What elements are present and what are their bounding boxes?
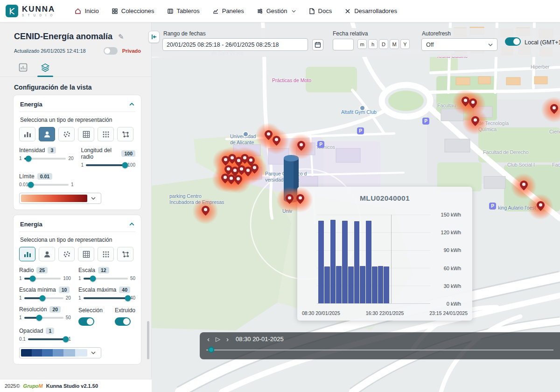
timeline-prev-button[interactable]: ‹ <box>207 336 210 343</box>
chevron-up-icon[interactable] <box>129 223 134 226</box>
rep-type-grid-button[interactable] <box>78 127 94 141</box>
date-range-input[interactable] <box>162 38 308 51</box>
anomaly-pin[interactable] <box>471 116 479 126</box>
nav-item-docs[interactable]: Docs <box>308 7 332 14</box>
timezone-toggle[interactable] <box>505 37 521 46</box>
slider-knob[interactable] <box>40 295 46 301</box>
rep-type-bars-button[interactable] <box>19 247 35 261</box>
popup-chart-bars <box>318 215 389 303</box>
seleccion-toggle[interactable] <box>78 317 94 326</box>
anomaly-pin[interactable] <box>537 201 545 211</box>
chart-bar[interactable] <box>318 221 324 303</box>
timeline-knob[interactable] <box>208 347 214 353</box>
privado-toggle[interactable] <box>104 47 118 55</box>
nav-item-tableros[interactable]: Tableros <box>167 7 200 14</box>
slider-knob[interactable] <box>125 295 131 301</box>
slider-track[interactable] <box>84 278 128 280</box>
nav-item-gestion[interactable]: Gestión <box>257 7 296 14</box>
rep-type-dotgrid-button[interactable] <box>98 127 114 141</box>
relative-unit-button[interactable]: D <box>379 39 388 49</box>
slider-knob[interactable] <box>26 155 32 161</box>
chart-y-tick: 150 kWh <box>441 212 461 217</box>
chart-y-tick: 90 kWh <box>444 247 461 253</box>
chart-bar[interactable] <box>354 221 360 303</box>
slider-track[interactable] <box>24 278 61 280</box>
slider-track[interactable] <box>24 297 63 299</box>
calendar-button[interactable] <box>312 39 323 50</box>
anomaly-pin[interactable] <box>251 164 259 174</box>
slider-knob[interactable] <box>63 336 69 342</box>
slider-track[interactable] <box>84 297 128 299</box>
relative-date-input[interactable] <box>333 39 354 50</box>
chart-bar[interactable] <box>360 266 365 303</box>
slider-knob[interactable] <box>36 315 42 321</box>
nav-item-paneles[interactable]: Paneles <box>212 7 244 14</box>
chart-bar[interactable] <box>324 266 330 303</box>
slider-track[interactable] <box>28 338 66 340</box>
rep-type-grid-button[interactable] <box>78 247 94 261</box>
slider-track[interactable] <box>24 158 66 160</box>
chart-icon <box>212 8 219 14</box>
anomaly-pin[interactable] <box>265 130 273 140</box>
tab-layers[interactable] <box>41 63 50 72</box>
color-ramp-select-blues[interactable] <box>19 347 101 358</box>
rep-type-heatmap-button[interactable] <box>39 127 55 141</box>
anomaly-pin[interactable] <box>273 136 280 146</box>
rep-type-network-button[interactable] <box>117 127 133 141</box>
sidebar-scrollbar[interactable] <box>147 321 149 359</box>
nav-item-desarrolladores[interactable]: Desarrolladores <box>344 7 397 14</box>
anomaly-pin[interactable] <box>550 104 558 114</box>
timeline-slider[interactable] <box>206 347 553 353</box>
chart-bar[interactable] <box>330 220 336 303</box>
sidebar-header: CENID-Energía anomalía ✎ Actualizado 26/… <box>0 22 151 55</box>
slider-knob[interactable] <box>90 275 96 281</box>
anomaly-pin[interactable] <box>469 98 477 108</box>
timeline-play-button[interactable]: ▷ <box>216 336 220 342</box>
chart-bar[interactable] <box>366 221 371 303</box>
autorefresh-select[interactable]: Off <box>421 38 497 51</box>
chart-axis-line <box>391 215 392 303</box>
rep-type-network-button[interactable] <box>117 247 133 261</box>
timeline-next-button[interactable]: › <box>226 336 229 343</box>
nav-item-inicio[interactable]: Inicio <box>75 7 98 14</box>
relative-unit-button[interactable]: h <box>368 39 378 49</box>
slider-knob[interactable] <box>28 182 34 188</box>
slider-track[interactable] <box>24 317 63 319</box>
kunna-logo[interactable]: KUNNA S T U D I O <box>0 5 62 17</box>
slider-knob[interactable] <box>30 275 36 281</box>
chart-y-tick: 0 kWh <box>447 301 461 307</box>
slider-knob[interactable] <box>122 162 128 168</box>
relative-unit-button[interactable]: m <box>357 39 367 49</box>
rep-type-heatmap-button[interactable] <box>39 247 55 261</box>
nav-item-colecciones[interactable]: Colecciones <box>112 7 154 14</box>
slider-track[interactable] <box>30 184 68 186</box>
anomaly-pin[interactable] <box>297 141 305 151</box>
chart-bar[interactable] <box>384 266 389 303</box>
chevron-up-icon[interactable] <box>129 103 134 106</box>
rep-type-dotgrid-button[interactable] <box>98 247 114 261</box>
color-ramp-select-heat[interactable] <box>19 193 101 204</box>
tab-panels[interactable] <box>19 63 28 72</box>
chart-bar[interactable] <box>372 266 378 303</box>
anomaly-pin[interactable] <box>234 175 242 185</box>
rep-type-dots-button[interactable] <box>58 247 75 261</box>
collapse-sidebar-button[interactable] <box>148 31 160 43</box>
edit-title-icon[interactable]: ✎ <box>118 33 124 41</box>
rep-type-bars-button[interactable] <box>19 127 35 141</box>
anomaly-pin[interactable] <box>462 97 469 106</box>
chart-bar[interactable] <box>336 266 342 303</box>
slider-label: Radio <box>19 267 34 273</box>
anomaly-pin[interactable] <box>286 194 294 204</box>
chart-bar[interactable] <box>342 221 348 303</box>
chart-bar[interactable] <box>348 266 354 303</box>
chart-bar[interactable] <box>378 266 384 303</box>
anomaly-pin[interactable] <box>520 181 528 190</box>
timeline-track[interactable] <box>206 350 553 350</box>
rep-type-dots-button[interactable] <box>58 127 75 141</box>
slider-track[interactable] <box>86 164 125 166</box>
relative-unit-button[interactable]: M <box>390 39 399 49</box>
anomaly-pin[interactable] <box>202 206 210 216</box>
relative-unit-button[interactable]: Y <box>400 39 410 49</box>
anomaly-pin[interactable] <box>296 194 304 204</box>
extruido-toggle[interactable] <box>115 317 131 326</box>
